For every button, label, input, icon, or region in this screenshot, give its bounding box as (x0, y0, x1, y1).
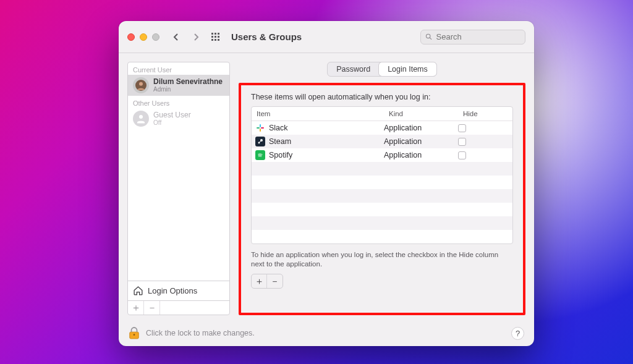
item-name: Slack (269, 124, 384, 132)
main-panel: Password Login Items These items will op… (239, 62, 525, 315)
svg-rect-17 (261, 127, 264, 129)
house-icon (133, 286, 143, 296)
hide-checkbox[interactable] (458, 151, 466, 159)
slack-icon (255, 123, 265, 133)
minimize-window-button[interactable] (140, 33, 147, 41)
svg-rect-8 (218, 39, 219, 41)
table-row (252, 176, 512, 189)
hide-hint-text: To hide an application when you log in, … (251, 250, 513, 269)
svg-point-24 (134, 334, 135, 336)
column-kind[interactable]: Kind (384, 107, 458, 121)
svg-rect-16 (260, 129, 261, 132)
svg-rect-1 (215, 33, 216, 35)
guest-user-role: Off (153, 119, 191, 126)
help-button[interactable]: ? (511, 327, 524, 340)
close-window-button[interactable] (127, 33, 135, 41)
login-options-button[interactable]: Login Options (128, 281, 229, 300)
svg-rect-6 (211, 39, 213, 41)
svg-rect-4 (215, 36, 216, 38)
remove-user-button[interactable]: － (144, 301, 160, 315)
traffic-lights (127, 33, 159, 41)
users-sidebar: Current User Dilum Senevirathne Admin Ot… (127, 62, 230, 315)
add-user-button[interactable]: ＋ (128, 301, 144, 315)
svg-point-9 (426, 34, 430, 38)
zoom-window-button[interactable] (152, 33, 159, 41)
column-hide[interactable]: Hide (458, 107, 495, 121)
current-user-name: Dilum Senevirathne (153, 78, 223, 86)
spotify-icon (255, 150, 265, 160)
login-items-intro: These items will open automatically when… (251, 93, 513, 101)
table-header: Item Kind Hide (252, 107, 512, 121)
item-name: Steam (269, 137, 384, 146)
svg-rect-0 (211, 33, 213, 35)
titlebar: Users & Groups (119, 21, 534, 53)
column-item[interactable]: Item (252, 107, 384, 121)
sidebar-current-user[interactable]: Dilum Senevirathne Admin (128, 75, 229, 96)
footer: Click the lock to make changes. ? (119, 323, 534, 346)
current-user-role: Admin (153, 86, 223, 93)
steam-icon (255, 137, 265, 146)
search-input[interactable] (436, 32, 520, 41)
prefs-window: Users & Groups Current User Dilum Senevi… (119, 21, 534, 346)
item-kind: Application (384, 124, 458, 132)
item-kind: Application (384, 137, 458, 146)
table-row[interactable]: SlackApplication (252, 121, 512, 135)
svg-rect-5 (218, 36, 219, 38)
window-title: Users & Groups (231, 32, 302, 42)
body: Current User Dilum Senevirathne Admin Ot… (119, 53, 534, 323)
login-items-add-remove: ＋ － (251, 274, 283, 289)
login-items-panel: These items will open automatically when… (239, 83, 525, 315)
hide-checkbox[interactable] (458, 124, 466, 132)
table-row (252, 162, 512, 176)
svg-rect-15 (257, 127, 260, 129)
lock-icon[interactable] (129, 326, 140, 340)
search-field[interactable] (420, 30, 525, 44)
table-row (252, 230, 512, 243)
back-button[interactable] (169, 30, 183, 44)
guest-user-name: Guest User (153, 111, 191, 119)
svg-rect-2 (218, 33, 219, 35)
search-icon (425, 33, 433, 41)
hide-checkbox[interactable] (458, 138, 466, 146)
add-login-item-button[interactable]: ＋ (252, 274, 267, 288)
svg-line-10 (430, 38, 431, 40)
sidebar-guest-user[interactable]: Guest User Off (128, 108, 229, 129)
table-row (252, 203, 512, 216)
remove-login-item-button[interactable]: － (267, 274, 283, 288)
table-row (252, 189, 512, 203)
svg-rect-7 (215, 39, 216, 41)
tab-bar: Password Login Items (327, 62, 437, 77)
table-row[interactable]: SpotifyApplication (252, 148, 512, 162)
svg-rect-3 (211, 36, 213, 38)
forward-button[interactable] (189, 30, 203, 44)
svg-point-13 (139, 115, 143, 119)
table-row (252, 216, 512, 230)
sidebar-add-remove: ＋ － (128, 300, 229, 315)
show-all-button[interactable] (209, 30, 223, 44)
avatar (133, 77, 149, 93)
lock-text: Click the lock to make changes. (146, 329, 255, 337)
other-users-label: Other Users (128, 96, 229, 108)
login-items-table: Item Kind Hide SlackApplicationSteamAppl… (251, 106, 513, 244)
guest-avatar-icon (133, 111, 149, 127)
svg-point-12 (139, 82, 143, 86)
tab-login-items[interactable]: Login Items (379, 62, 436, 76)
table-row[interactable]: SteamApplication (252, 135, 512, 148)
item-name: Spotify (269, 151, 384, 159)
login-options-label: Login Options (148, 286, 197, 295)
tab-password[interactable]: Password (328, 62, 379, 76)
svg-rect-14 (260, 124, 261, 127)
item-kind: Application (384, 151, 458, 159)
current-user-label: Current User (128, 62, 229, 75)
